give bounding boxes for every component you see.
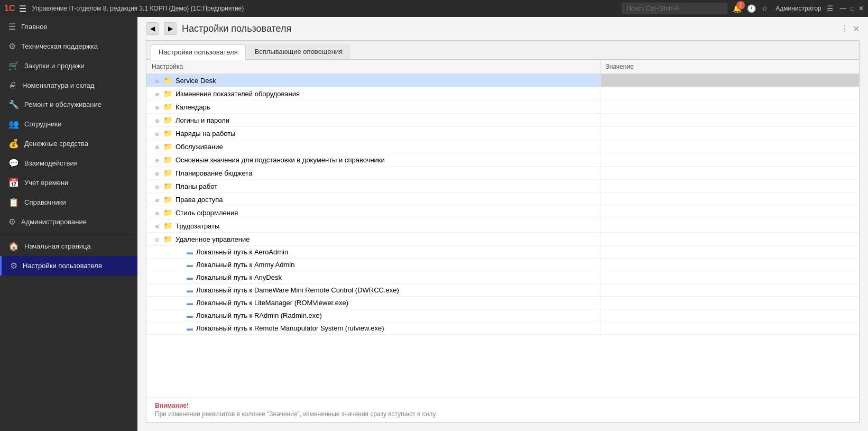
row-expander[interactable]: ⊖ <box>155 78 161 84</box>
value-cell[interactable] <box>600 309 859 322</box>
table-row[interactable]: ▬Локальный путь к Ammy Admin <box>146 259 859 271</box>
table-row[interactable]: ⊕📁Изменение показателей оборудования <box>146 87 859 100</box>
value-cell[interactable] <box>600 167 859 180</box>
row-expander[interactable]: ⊕ <box>155 210 161 216</box>
table-row[interactable]: ▬Локальный путь к Remote Manupulator Sys… <box>146 322 859 335</box>
table-row[interactable]: ▬Локальный путь к LiteManager (ROMViewer… <box>146 297 859 309</box>
row-expander[interactable]: ⊕ <box>155 184 161 190</box>
history-icon[interactable]: 🕐 <box>747 4 756 13</box>
table-row[interactable]: ⊖📁Удаленное управление <box>146 233 859 246</box>
table-row[interactable]: ▬Локальный путь к DameWare Mini Remote C… <box>146 284 859 297</box>
file-icon: ▬ <box>187 274 193 281</box>
table-row[interactable]: ▬Локальный путь к AnyDesk <box>146 271 859 284</box>
sidebar-item-home[interactable]: 🏠 Начальная страница <box>0 236 137 256</box>
row-expander[interactable]: ⊕ <box>155 91 161 97</box>
table-row[interactable]: ⊖📁Service Desk <box>146 74 859 87</box>
setting-cell: ⊕📁Изменение показателей оборудования <box>146 87 600 100</box>
table-row[interactable]: ⊕📁Трудозатраты <box>146 219 859 233</box>
sidebar-item-employees[interactable]: 👥 Сотрудники <box>0 114 137 134</box>
table-row[interactable]: ⊕📁Календарь <box>146 100 859 114</box>
value-cell[interactable] <box>600 271 859 284</box>
sidebar-item-repair[interactable]: 🔧 Ремонт и обслуживание <box>0 95 137 114</box>
value-cell[interactable] <box>600 246 859 259</box>
table-row[interactable]: ⊕📁Планы работ <box>146 180 859 193</box>
tab-user-settings[interactable]: Настройки пользователя <box>151 44 246 60</box>
search-input[interactable] <box>622 3 727 14</box>
value-cell[interactable] <box>600 206 859 219</box>
row-expander[interactable]: ⊕ <box>155 131 161 137</box>
row-label: Локальный путь к Ammy Admin <box>196 261 294 269</box>
sidebar-item-nomenclature[interactable]: 🖨 Номенклатура и склад <box>0 76 137 95</box>
table-row[interactable]: ⊕📁Наряды на работы <box>146 127 859 140</box>
settings-table-container[interactable]: Настройка Значение ⊖📁Service Desk⊕📁Измен… <box>146 60 859 397</box>
more-icon[interactable]: ⋮ <box>840 24 848 34</box>
sidebar-item-label: Номенклатура и склад <box>22 81 94 89</box>
nomenclature-icon: 🖨 <box>8 80 17 90</box>
value-cell[interactable] <box>600 219 859 233</box>
sidebar-item-money[interactable]: 💰 Денежные средства <box>0 134 137 153</box>
sidebar-item-usersettings[interactable]: ⚙ Настройки пользователя <box>0 256 137 276</box>
value-cell[interactable] <box>600 87 859 100</box>
table-row[interactable]: ⊕📁Обслуживание <box>146 140 859 153</box>
folder-icon: 📁 <box>163 208 172 217</box>
row-label: Планы работ <box>176 182 217 190</box>
notification-icon[interactable]: 🔔 1 <box>733 4 742 13</box>
table-row[interactable]: ⊕📁Права доступа <box>146 193 859 206</box>
sidebar-item-purchases[interactable]: 🛒 Закупки и продажи <box>0 56 137 76</box>
forward-button[interactable]: ▶ <box>164 22 177 35</box>
value-cell[interactable] <box>600 284 859 297</box>
value-cell[interactable] <box>600 153 859 167</box>
value-cell[interactable] <box>600 140 859 153</box>
value-cell[interactable] <box>600 74 859 87</box>
value-cell[interactable] <box>600 193 859 206</box>
row-expander[interactable]: ⊕ <box>155 144 161 150</box>
value-cell[interactable] <box>600 233 859 246</box>
sidebar-item-glavnoe[interactable]: ☰ Главное <box>0 17 137 36</box>
minimize-btn[interactable]: — <box>840 5 846 12</box>
row-expander[interactable]: ⊕ <box>155 224 161 230</box>
sidebar-item-label: Главное <box>21 23 48 31</box>
value-cell[interactable] <box>600 100 859 114</box>
close-btn[interactable]: ✕ <box>858 5 864 12</box>
row-expander[interactable]: ⊕ <box>155 197 161 203</box>
app-title: Управление IT-отделом 8, редакция 3.1 КО… <box>32 5 622 12</box>
setting-cell: ▬Локальный путь к AeroAdmin <box>146 246 600 259</box>
sidebar-item-label: Денежные средства <box>24 140 88 148</box>
form-area: Настройки пользователя Всплывающие опове… <box>146 40 860 423</box>
sidebar-item-label: Администрирование <box>21 218 87 226</box>
bottom-note: Внимание! При изменении реквизитов в кол… <box>146 397 859 422</box>
back-button[interactable]: ◀ <box>146 22 159 35</box>
value-cell[interactable] <box>600 114 859 127</box>
tab-popup-notifications[interactable]: Всплывающие оповещения <box>247 44 350 59</box>
row-expander[interactable]: ⊕ <box>155 105 161 111</box>
sidebar-item-references[interactable]: 📋 Справочники <box>0 192 137 212</box>
sidebar-item-techsupport[interactable]: ⚙ Техническая поддержка <box>0 36 137 56</box>
row-expander[interactable]: ⊕ <box>155 158 161 163</box>
sidebar-item-label: Закупки и продажи <box>24 62 85 70</box>
setting-cell: ▬Локальный путь к Remote Manupulator Sys… <box>146 322 600 335</box>
table-row[interactable]: ⊕📁Стиль оформления <box>146 206 859 219</box>
value-cell[interactable] <box>600 259 859 271</box>
value-cell[interactable] <box>600 322 859 335</box>
sidebar-item-admin[interactable]: ⚙ Администрирование <box>0 212 137 232</box>
sidebar-item-interactions[interactable]: 💬 Взаимодействия <box>0 153 137 173</box>
close-window-icon[interactable]: ✕ <box>853 24 860 34</box>
value-cell[interactable] <box>600 180 859 193</box>
value-cell[interactable] <box>600 127 859 140</box>
row-expander[interactable]: ⊕ <box>155 171 161 177</box>
row-expander[interactable]: ⊖ <box>155 237 161 243</box>
row-label: Обслуживание <box>176 143 223 151</box>
row-expander[interactable]: ⊕ <box>155 118 161 124</box>
value-cell[interactable] <box>600 297 859 309</box>
sidebar-item-timekeeping[interactable]: 📅 Учет времени <box>0 173 137 192</box>
favorites-icon[interactable]: ☆ <box>761 4 768 13</box>
sidebar: ☰ Главное ⚙ Техническая поддержка 🛒 Заку… <box>0 17 137 431</box>
table-row[interactable]: ▬Локальный путь к AeroAdmin <box>146 246 859 259</box>
maximize-btn[interactable]: □ <box>851 5 854 12</box>
table-row[interactable]: ▬Локальный путь к RAdmin (Radmin.exe) <box>146 309 859 322</box>
table-row[interactable]: ⊕📁Основные значения для подстановки в до… <box>146 153 859 167</box>
table-row[interactable]: ⊕📁Логины и пароли <box>146 114 859 127</box>
menu-icon[interactable]: ☰ <box>19 4 26 14</box>
table-row[interactable]: ⊕📁Планирование бюджета <box>146 167 859 180</box>
user-menu-icon[interactable]: ☰ <box>827 4 834 13</box>
